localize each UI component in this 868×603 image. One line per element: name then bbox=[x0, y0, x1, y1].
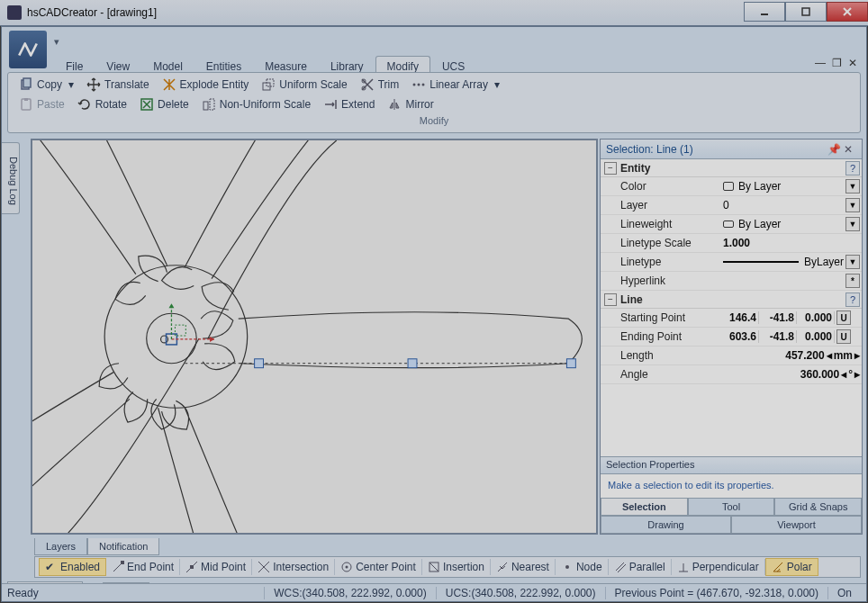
tab-drawing[interactable]: Drawing bbox=[601, 516, 731, 534]
window-title: hsCADCreator - [drawing1] bbox=[27, 6, 157, 19]
tab-selection[interactable]: Selection bbox=[601, 498, 688, 516]
snap-polar[interactable]: Polar bbox=[765, 558, 818, 576]
end-x[interactable]: 603.6 bbox=[723, 330, 759, 343]
tab-grid-snaps[interactable]: Grid & Snaps bbox=[774, 498, 862, 516]
unit-button[interactable]: U bbox=[836, 329, 851, 344]
trim-button[interactable]: Trim bbox=[355, 76, 405, 94]
start-point-label: Starting Point bbox=[601, 311, 723, 324]
mdi-close-button[interactable]: ✕ bbox=[846, 57, 859, 68]
snap-perpendicular[interactable]: Perpendicular bbox=[672, 559, 765, 575]
snap-nearest[interactable]: Nearest bbox=[491, 559, 556, 575]
entity-section-header[interactable]: − Entity ? bbox=[601, 159, 862, 177]
tab-notification[interactable]: Notification bbox=[87, 538, 159, 555]
svg-point-40 bbox=[565, 565, 569, 569]
linear-array-button[interactable]: Linear Array▾ bbox=[406, 76, 505, 94]
parallel-icon bbox=[614, 561, 627, 573]
delete-button[interactable]: Delete bbox=[134, 95, 194, 113]
snap-center[interactable]: Center Point bbox=[335, 559, 422, 575]
start-x[interactable]: 146.4 bbox=[723, 311, 759, 324]
hyperlink-label: Hyperlink bbox=[601, 274, 723, 287]
start-y[interactable]: -41.8 bbox=[761, 311, 797, 324]
dropdown-icon[interactable]: ▼ bbox=[845, 198, 860, 212]
length-value[interactable]: 457.200 bbox=[723, 349, 825, 362]
help-icon[interactable]: ? bbox=[845, 292, 860, 307]
rotate-icon bbox=[77, 97, 92, 112]
layer-value[interactable]: 0 bbox=[723, 199, 729, 212]
snap-intersection[interactable]: Intersection bbox=[252, 559, 335, 575]
insertion-icon bbox=[428, 561, 440, 573]
end-point-label: Ending Point bbox=[601, 330, 723, 343]
titlebar: hsCADCreator - [drawing1] bbox=[0, 0, 868, 26]
nonuniform-scale-button[interactable]: Non-Uniform Scale bbox=[196, 95, 316, 113]
collapse-icon[interactable]: − bbox=[604, 162, 617, 175]
chevron-left-icon[interactable]: ◂ bbox=[841, 368, 846, 381]
tab-viewport[interactable]: Viewport bbox=[731, 516, 862, 534]
nuscale-icon bbox=[202, 97, 216, 112]
extend-button[interactable]: Extend bbox=[318, 95, 380, 113]
angle-value[interactable]: 360.000 bbox=[723, 368, 839, 381]
check-icon: ✔ bbox=[45, 561, 58, 573]
svg-line-38 bbox=[429, 562, 439, 572]
snap-node[interactable]: Node bbox=[556, 559, 609, 575]
snap-parallel[interactable]: Parallel bbox=[609, 559, 672, 575]
snap-midpoint[interactable]: Mid Point bbox=[180, 559, 252, 575]
tab-layers[interactable]: Layers bbox=[34, 538, 87, 555]
svg-point-11 bbox=[418, 84, 420, 86]
end-y[interactable]: -41.8 bbox=[761, 330, 797, 343]
chevron-right-icon[interactable]: ▸ bbox=[854, 368, 860, 381]
collapse-icon[interactable]: − bbox=[604, 293, 617, 306]
svg-line-41 bbox=[616, 562, 624, 571]
chevron-left-icon[interactable]: ◂ bbox=[827, 349, 832, 362]
mirror-button[interactable]: Mirror bbox=[382, 95, 439, 113]
dropdown-icon[interactable]: ▼ bbox=[845, 255, 860, 269]
end-z[interactable]: 0.000 bbox=[799, 330, 835, 343]
color-value[interactable]: By Layer bbox=[738, 180, 781, 193]
maximize-button[interactable] bbox=[785, 2, 827, 22]
close-button[interactable] bbox=[827, 2, 868, 22]
explode-button[interactable]: Explode Entity bbox=[157, 76, 255, 94]
app-logo[interactable] bbox=[9, 31, 47, 68]
snap-insertion[interactable]: Insertion bbox=[422, 559, 491, 575]
angle-unit: ° bbox=[848, 368, 853, 381]
paste-button[interactable]: Paste bbox=[14, 95, 70, 113]
minimize-button[interactable] bbox=[744, 2, 785, 22]
chevron-right-icon[interactable]: ▸ bbox=[854, 349, 860, 362]
mdi-restore-button[interactable]: ❐ bbox=[830, 57, 843, 68]
ribbon-modify: Copy▾ Translate Explode Entity Uniform S… bbox=[7, 72, 861, 133]
line-section-header[interactable]: − Line ? bbox=[601, 291, 862, 309]
perpendicular-icon bbox=[677, 561, 690, 573]
panel-close-icon[interactable]: ✕ bbox=[844, 143, 856, 156]
translate-button[interactable]: Translate bbox=[81, 76, 155, 94]
dropdown-icon[interactable]: ▼ bbox=[845, 217, 860, 231]
explode-icon bbox=[162, 77, 176, 92]
node-icon bbox=[561, 561, 574, 573]
color-label: Color bbox=[601, 180, 723, 193]
mdi-minimize-button[interactable]: — bbox=[814, 57, 827, 68]
lineweight-value[interactable]: By Layer bbox=[738, 218, 781, 230]
length-unit: mm bbox=[834, 349, 853, 362]
ribbon-group-label: Modify bbox=[14, 115, 854, 126]
selection-properties-hint: Make a selection to edit its properties. bbox=[601, 474, 862, 498]
linetype-scale-value[interactable]: 1.000 bbox=[723, 237, 750, 249]
tab-tool[interactable]: Tool bbox=[688, 498, 775, 516]
uniform-scale-button[interactable]: Uniform Scale bbox=[256, 76, 352, 94]
properties-panel: Selection: Line (1) 📌 ✕ − Entity ? Color… bbox=[600, 139, 863, 535]
rotate-button[interactable]: Rotate bbox=[72, 95, 132, 113]
snap-endpoint[interactable]: End Point bbox=[106, 559, 180, 575]
hyperlink-button[interactable]: * bbox=[845, 274, 860, 288]
linetype-value[interactable]: ByLayer bbox=[804, 256, 844, 268]
dropdown-icon[interactable]: ▼ bbox=[845, 179, 860, 194]
status-prev-point: Previous Point = (467.670, -92.318, 0.00… bbox=[605, 587, 827, 599]
drawing-canvas[interactable] bbox=[31, 139, 598, 535]
unit-button[interactable]: U bbox=[836, 310, 851, 325]
svg-rect-30 bbox=[121, 561, 124, 564]
help-icon[interactable]: ? bbox=[845, 161, 860, 176]
pin-icon[interactable]: 📌 bbox=[827, 143, 840, 156]
qat-dropdown[interactable]: ▾ bbox=[54, 36, 59, 48]
snap-enabled-toggle[interactable]: ✔Enabled bbox=[39, 558, 106, 576]
debug-log-tab[interactable]: Debug Log bbox=[2, 142, 20, 214]
lineweight-label: Lineweight bbox=[601, 218, 723, 230]
copy-button[interactable]: Copy▾ bbox=[14, 76, 79, 94]
start-z[interactable]: 0.000 bbox=[799, 311, 835, 324]
midpoint-icon bbox=[185, 561, 198, 573]
